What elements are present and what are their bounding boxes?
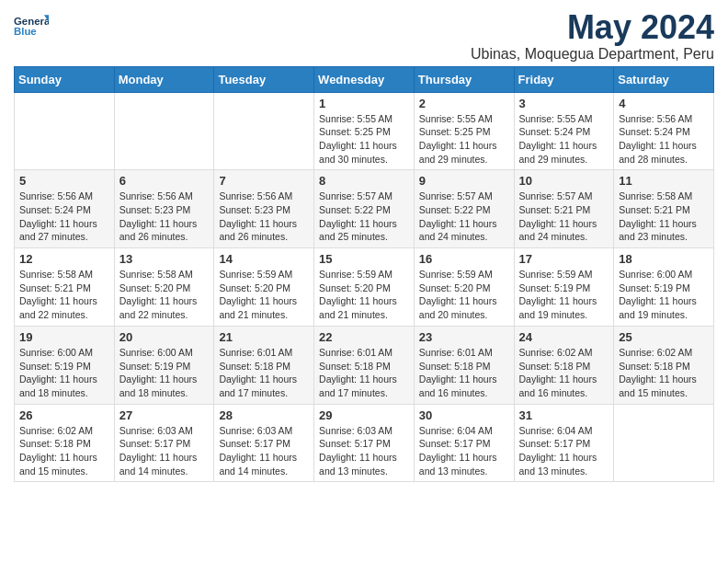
calendar-cell: 18Sunrise: 6:00 AM Sunset: 5:19 PM Dayli… [614, 248, 714, 327]
calendar-header: SundayMondayTuesdayWednesdayThursdayFrid… [15, 66, 714, 92]
day-number: 7 [219, 174, 309, 188]
weekday-header-monday: Monday [114, 66, 214, 92]
day-number: 19 [19, 330, 109, 344]
day-info: Sunrise: 5:55 AM Sunset: 5:25 PM Dayligh… [319, 112, 409, 167]
day-info: Sunrise: 5:59 AM Sunset: 5:19 PM Dayligh… [519, 268, 609, 322]
calendar-week-1: 1Sunrise: 5:55 AM Sunset: 5:25 PM Daylig… [15, 92, 714, 170]
day-info: Sunrise: 5:55 AM Sunset: 5:24 PM Dayligh… [519, 112, 609, 167]
calendar-cell [15, 92, 115, 170]
calendar-table: SundayMondayTuesdayWednesdayThursdayFrid… [14, 66, 714, 483]
day-info: Sunrise: 5:56 AM Sunset: 5:23 PM Dayligh… [119, 190, 210, 244]
weekday-header-sunday: Sunday [15, 66, 115, 92]
calendar-cell: 30Sunrise: 6:04 AM Sunset: 5:17 PM Dayli… [414, 404, 514, 482]
day-number: 27 [119, 408, 210, 422]
day-info: Sunrise: 6:02 AM Sunset: 5:18 PM Dayligh… [619, 346, 709, 400]
day-info: Sunrise: 5:56 AM Sunset: 5:24 PM Dayligh… [619, 112, 709, 167]
svg-text:Blue: Blue [14, 27, 37, 38]
day-info: Sunrise: 5:56 AM Sunset: 5:24 PM Dayligh… [19, 190, 109, 244]
weekday-header-wednesday: Wednesday [314, 66, 415, 92]
calendar-cell: 6Sunrise: 5:56 AM Sunset: 5:23 PM Daylig… [114, 170, 214, 248]
calendar-body: 1Sunrise: 5:55 AM Sunset: 5:25 PM Daylig… [15, 92, 714, 482]
calendar-cell: 17Sunrise: 5:59 AM Sunset: 5:19 PM Dayli… [514, 248, 614, 327]
day-info: Sunrise: 6:03 AM Sunset: 5:17 PM Dayligh… [119, 424, 210, 478]
day-info: Sunrise: 5:55 AM Sunset: 5:25 PM Dayligh… [419, 112, 509, 167]
day-info: Sunrise: 6:02 AM Sunset: 5:18 PM Dayligh… [519, 346, 609, 400]
calendar-cell: 12Sunrise: 5:58 AM Sunset: 5:21 PM Dayli… [15, 248, 115, 327]
month-title: May 2024 [471, 9, 714, 46]
day-number: 14 [219, 252, 309, 266]
day-number: 4 [619, 97, 709, 110]
calendar-week-5: 26Sunrise: 6:02 AM Sunset: 5:18 PM Dayli… [15, 404, 714, 482]
day-number: 15 [319, 252, 409, 266]
calendar-cell: 8Sunrise: 5:57 AM Sunset: 5:22 PM Daylig… [314, 170, 415, 248]
calendar-cell: 2Sunrise: 5:55 AM Sunset: 5:25 PM Daylig… [414, 92, 514, 170]
calendar-cell: 22Sunrise: 6:01 AM Sunset: 5:18 PM Dayli… [314, 326, 415, 404]
calendar-week-2: 5Sunrise: 5:56 AM Sunset: 5:24 PM Daylig… [15, 170, 714, 248]
calendar-cell: 1Sunrise: 5:55 AM Sunset: 5:25 PM Daylig… [314, 92, 415, 170]
day-number: 21 [219, 330, 309, 344]
calendar-cell: 28Sunrise: 6:03 AM Sunset: 5:17 PM Dayli… [214, 404, 314, 482]
day-info: Sunrise: 5:56 AM Sunset: 5:23 PM Dayligh… [219, 190, 309, 244]
logo-icon: General Blue [14, 9, 49, 44]
day-info: Sunrise: 5:57 AM Sunset: 5:22 PM Dayligh… [319, 190, 409, 244]
day-number: 23 [419, 330, 509, 344]
calendar-cell: 14Sunrise: 5:59 AM Sunset: 5:20 PM Dayli… [214, 248, 314, 327]
header: General Blue May 2024 Ubinas, Moquegua D… [14, 9, 714, 63]
day-number: 25 [619, 330, 709, 344]
day-number: 11 [619, 174, 709, 188]
calendar-cell: 26Sunrise: 6:02 AM Sunset: 5:18 PM Dayli… [15, 404, 115, 482]
day-info: Sunrise: 6:04 AM Sunset: 5:17 PM Dayligh… [419, 424, 509, 478]
day-number: 24 [519, 330, 609, 344]
day-number: 28 [219, 408, 309, 422]
day-number: 18 [619, 252, 709, 266]
calendar-cell: 23Sunrise: 6:01 AM Sunset: 5:18 PM Dayli… [414, 326, 514, 404]
calendar-cell [214, 92, 314, 170]
calendar-cell: 31Sunrise: 6:04 AM Sunset: 5:17 PM Dayli… [514, 404, 614, 482]
day-number: 26 [19, 408, 109, 422]
day-info: Sunrise: 6:03 AM Sunset: 5:17 PM Dayligh… [319, 424, 409, 478]
day-number: 20 [119, 330, 210, 344]
calendar-week-4: 19Sunrise: 6:00 AM Sunset: 5:19 PM Dayli… [15, 326, 714, 404]
calendar-cell: 16Sunrise: 5:59 AM Sunset: 5:20 PM Dayli… [414, 248, 514, 327]
calendar-cell: 15Sunrise: 5:59 AM Sunset: 5:20 PM Dayli… [314, 248, 415, 327]
day-info: Sunrise: 6:02 AM Sunset: 5:18 PM Dayligh… [19, 424, 109, 478]
logo: General Blue [14, 9, 49, 44]
calendar-cell [114, 92, 214, 170]
day-number: 9 [419, 174, 509, 188]
day-info: Sunrise: 5:57 AM Sunset: 5:21 PM Dayligh… [519, 190, 609, 244]
day-number: 3 [519, 97, 609, 110]
day-info: Sunrise: 6:01 AM Sunset: 5:18 PM Dayligh… [419, 346, 509, 400]
calendar-cell: 7Sunrise: 5:56 AM Sunset: 5:23 PM Daylig… [214, 170, 314, 248]
calendar-cell: 19Sunrise: 6:00 AM Sunset: 5:19 PM Dayli… [15, 326, 115, 404]
calendar-cell: 20Sunrise: 6:00 AM Sunset: 5:19 PM Dayli… [114, 326, 214, 404]
calendar-cell: 13Sunrise: 5:58 AM Sunset: 5:20 PM Dayli… [114, 248, 214, 327]
day-info: Sunrise: 5:58 AM Sunset: 5:21 PM Dayligh… [19, 268, 109, 322]
day-number: 22 [319, 330, 409, 344]
day-number: 10 [519, 174, 609, 188]
weekday-header-friday: Friday [514, 66, 614, 92]
calendar-week-3: 12Sunrise: 5:58 AM Sunset: 5:21 PM Dayli… [15, 248, 714, 327]
title-area: May 2024 Ubinas, Moquegua Department, Pe… [471, 9, 714, 63]
calendar-cell: 25Sunrise: 6:02 AM Sunset: 5:18 PM Dayli… [614, 326, 714, 404]
day-number: 17 [519, 252, 609, 266]
location-title: Ubinas, Moquegua Department, Peru [471, 46, 714, 63]
calendar-cell: 5Sunrise: 5:56 AM Sunset: 5:24 PM Daylig… [15, 170, 115, 248]
svg-text:General: General [14, 16, 49, 27]
calendar-cell: 4Sunrise: 5:56 AM Sunset: 5:24 PM Daylig… [614, 92, 714, 170]
weekday-header-row: SundayMondayTuesdayWednesdayThursdayFrid… [15, 66, 714, 92]
day-number: 6 [119, 174, 210, 188]
day-number: 13 [119, 252, 210, 266]
day-info: Sunrise: 5:58 AM Sunset: 5:21 PM Dayligh… [619, 190, 709, 244]
day-info: Sunrise: 6:04 AM Sunset: 5:17 PM Dayligh… [519, 424, 609, 478]
weekday-header-tuesday: Tuesday [214, 66, 314, 92]
weekday-header-saturday: Saturday [614, 66, 714, 92]
page-container: General Blue May 2024 Ubinas, Moquegua D… [0, 0, 728, 491]
day-number: 31 [519, 408, 609, 422]
weekday-header-thursday: Thursday [414, 66, 514, 92]
day-info: Sunrise: 5:57 AM Sunset: 5:22 PM Dayligh… [419, 190, 509, 244]
day-number: 5 [19, 174, 109, 188]
calendar-cell: 24Sunrise: 6:02 AM Sunset: 5:18 PM Dayli… [514, 326, 614, 404]
day-number: 30 [419, 408, 509, 422]
calendar-cell: 27Sunrise: 6:03 AM Sunset: 5:17 PM Dayli… [114, 404, 214, 482]
day-info: Sunrise: 6:01 AM Sunset: 5:18 PM Dayligh… [319, 346, 409, 400]
